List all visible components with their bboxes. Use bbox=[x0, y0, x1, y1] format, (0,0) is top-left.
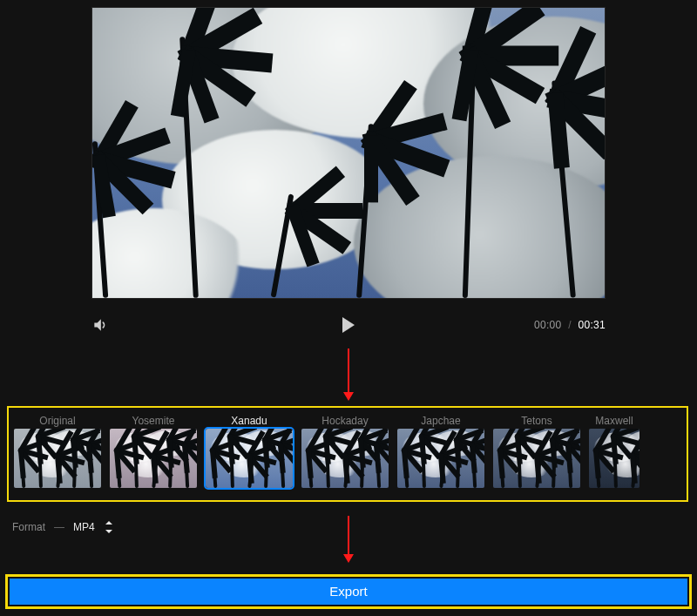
filter-label: Original bbox=[14, 413, 101, 429]
filter-thumb bbox=[493, 429, 580, 488]
filter-thumb bbox=[397, 429, 484, 488]
filter-maxwell[interactable]: Maxwell bbox=[589, 413, 639, 495]
filter-thumb bbox=[301, 429, 389, 488]
filter-label: Japchae bbox=[397, 413, 484, 429]
filter-strip-highlight: Original Yosemite Xanadu Hockaday Japcha… bbox=[7, 406, 688, 502]
filter-hockaday[interactable]: Hockaday bbox=[301, 413, 389, 495]
export-highlight: Export bbox=[5, 574, 692, 609]
preview-area: 00:00 / 00:31 bbox=[0, 0, 697, 366]
filter-japchae[interactable]: Japchae bbox=[397, 413, 484, 495]
filter-tetons[interactable]: Tetons bbox=[493, 413, 580, 495]
format-row: Format — MP4 bbox=[12, 521, 112, 533]
filter-label: Tetons bbox=[493, 413, 580, 429]
annotation-arrow-icon bbox=[342, 349, 355, 401]
filter-original[interactable]: Original bbox=[14, 413, 101, 495]
chevron-updown-icon[interactable] bbox=[104, 521, 112, 533]
filter-label: Xanadu bbox=[206, 413, 293, 429]
filter-xanadu[interactable]: Xanadu bbox=[206, 413, 293, 495]
player-controls: 00:00 / 00:31 bbox=[91, 308, 606, 342]
time-separator: / bbox=[568, 319, 572, 331]
filter-strip[interactable]: Original Yosemite Xanadu Hockaday Japcha… bbox=[14, 413, 681, 495]
filter-label: Hockaday bbox=[301, 413, 389, 429]
video-editor-app: 00:00 / 00:31 Original Yosemite Xanadu bbox=[0, 0, 697, 616]
video-preview[interactable] bbox=[91, 7, 606, 299]
duration: 00:31 bbox=[578, 319, 606, 331]
current-time: 00:00 bbox=[534, 319, 562, 331]
filter-thumb bbox=[110, 429, 197, 488]
format-value[interactable]: MP4 bbox=[73, 521, 95, 533]
volume-icon[interactable] bbox=[91, 316, 109, 334]
filter-label: Maxwell bbox=[589, 413, 639, 429]
annotation-arrow-icon bbox=[342, 516, 355, 563]
filter-label: Yosemite bbox=[110, 413, 197, 429]
filter-yosemite[interactable]: Yosemite bbox=[110, 413, 197, 495]
filter-thumb bbox=[206, 429, 293, 488]
play-button[interactable] bbox=[342, 317, 355, 333]
time-display: 00:00 / 00:31 bbox=[534, 319, 606, 331]
export-button[interactable]: Export bbox=[10, 579, 687, 605]
format-dash: — bbox=[54, 521, 64, 533]
filter-thumb bbox=[14, 429, 101, 488]
format-label: Format bbox=[12, 521, 45, 533]
filter-thumb bbox=[589, 429, 639, 488]
